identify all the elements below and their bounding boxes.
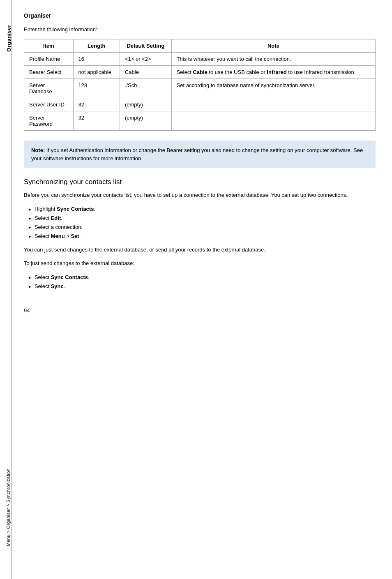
cell-default: (empty) — [120, 98, 171, 111]
arrow-icon: ► — [28, 274, 32, 281]
cell-length: 128 — [73, 79, 120, 98]
arrow-icon: ► — [28, 224, 32, 231]
send-intro-text: To just send changes to the external dat… — [24, 259, 376, 268]
list-item: ► Select Edit. — [28, 214, 376, 223]
cell-length: 32 — [73, 98, 120, 111]
cell-length: 32 — [73, 111, 120, 131]
send-steps-list: ► Select Sync Contacts. ► Select Sync. — [24, 273, 376, 291]
arrow-icon: ► — [28, 283, 32, 290]
table-row: Server User ID 32 (empty) — [24, 98, 376, 111]
step-text: Highlight Sync Contacts. — [35, 205, 95, 214]
step-text: Select a connection. — [35, 223, 83, 232]
note-label: Note: — [31, 147, 45, 153]
list-item: ► Select Sync Contacts. — [28, 273, 376, 282]
step-text: Select Menu > Set. — [35, 232, 81, 241]
table-row: ServerDatabase 128 ./Sch Set according t… — [24, 79, 376, 98]
step-text: Select Sync. — [35, 282, 65, 291]
sidebar-line — [11, 0, 12, 579]
table-row: Bearer Select not applicable Cable Selec… — [24, 66, 376, 79]
page-number: 94 — [24, 307, 376, 314]
cell-note: Select Cable to use the USB cable or Inf… — [171, 66, 375, 79]
sidebar-bottom-label: Menu > Organiser > Synchronization — [6, 468, 11, 546]
arrow-icon: ► — [28, 215, 32, 222]
cell-default: <1> or <2> — [120, 53, 171, 66]
table-row: Profile Name 16 <1> or <2> This is whate… — [24, 53, 376, 66]
col-header-default: Default Setting — [120, 39, 171, 53]
col-header-length: Length — [73, 39, 120, 53]
note-text: If you set Authentication information or… — [31, 147, 363, 161]
cell-item: Server User ID — [24, 98, 74, 111]
cell-note — [171, 98, 375, 111]
cell-length: not applicable — [73, 66, 120, 79]
cell-note — [171, 111, 375, 131]
table-row: ServerPassword 32 (empty) — [24, 111, 376, 131]
step-text: Select Edit. — [35, 214, 62, 223]
list-item: ► Select Sync. — [28, 282, 376, 291]
note-box: Note: If you set Authentication informat… — [24, 141, 376, 168]
list-item: ► Highlight Sync Contacts. — [28, 205, 376, 214]
cell-item: ServerPassword — [24, 111, 74, 131]
arrow-icon: ► — [28, 206, 32, 213]
cell-length: 16 — [73, 53, 120, 66]
page-title: Organiser — [24, 12, 376, 19]
sync-section-heading: Synchronizing your contacts list — [24, 178, 376, 186]
cell-item: ServerDatabase — [24, 79, 74, 98]
intro-text: Enter the following information: — [24, 26, 376, 32]
sidebar: Organiser Menu > Organiser > Synchroniza… — [0, 0, 12, 579]
col-header-note: Note — [171, 39, 375, 53]
cell-note: Set according to database name of synchr… — [171, 79, 375, 98]
cell-default: (empty) — [120, 111, 171, 131]
settings-table: Item Length Default Setting Note Profile… — [24, 39, 376, 131]
sync-intro-text: Before you can synchronize your contacts… — [24, 191, 376, 200]
middle-text: You can just send changes to the externa… — [24, 246, 376, 254]
cell-note: This is whatever you want to call the co… — [171, 53, 375, 66]
cell-item: Bearer Select — [24, 66, 74, 79]
steps-list: ► Highlight Sync Contacts. ► Select Edit… — [24, 205, 376, 241]
col-header-item: Item — [24, 39, 74, 53]
cell-default: ./Sch — [120, 79, 171, 98]
cell-default: Cable — [120, 66, 171, 79]
arrow-icon: ► — [28, 233, 32, 240]
cell-item: Profile Name — [24, 53, 74, 66]
list-item: ► Select Menu > Set. — [28, 232, 376, 241]
main-content: Organiser Enter the following informatio… — [12, 0, 392, 579]
step-text: Select Sync Contacts. — [35, 273, 90, 282]
list-item: ► Select a connection. — [28, 223, 376, 232]
